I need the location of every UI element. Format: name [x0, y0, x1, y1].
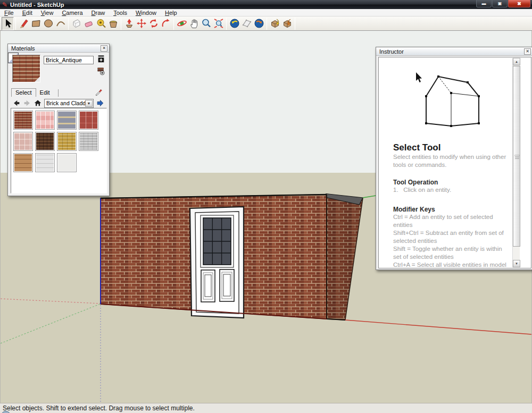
arc-tool-button[interactable] [54, 17, 66, 30]
modifier-line: Ctrl = Add an entity to set of selected … [393, 213, 511, 229]
swatch-white-painted-brick[interactable] [79, 132, 98, 151]
next-view-button[interactable] [253, 17, 265, 30]
eraser-tool-button[interactable] [82, 17, 95, 30]
rectangle-tool-button[interactable] [30, 17, 42, 30]
tool-operation-heading: Tool Operation [393, 179, 511, 186]
materials-title: Materials [11, 45, 35, 52]
menu-tools[interactable]: Tools [109, 9, 131, 16]
swatch-gray-siding[interactable] [35, 153, 55, 172]
scroll-down-icon[interactable]: ▼ [513, 260, 520, 267]
scroll-up-icon[interactable]: ▲ [513, 58, 520, 65]
push-pull-tool-button[interactable] [123, 17, 135, 30]
toolbar-separator [121, 18, 121, 30]
home-icon [34, 99, 42, 107]
swatch-yellow-brick[interactable] [57, 132, 77, 151]
tab-select[interactable]: Select [11, 88, 36, 97]
maximize-button[interactable]: ▣ [492, 0, 508, 7]
zoom-extents-tool-button[interactable] [212, 17, 225, 30]
offset-icon [161, 18, 171, 29]
sketchup-logo-icon: ✎ [2, 1, 7, 9]
share-model-icon [282, 18, 293, 29]
instructor-content: Select Tool Select entities to modify wh… [378, 57, 531, 268]
material-preview [12, 55, 40, 82]
rectangle-icon [31, 18, 41, 29]
modifier-line: Shift+Ctrl = Subtract an entity from set… [393, 229, 511, 245]
instructor-scrollbar[interactable]: ▲ ▼ [512, 58, 520, 267]
chevron-down-icon[interactable]: ▼ [85, 100, 93, 107]
toolbar-separator [68, 18, 69, 30]
menu-file[interactable]: File [0, 9, 18, 16]
instructor-heading: Select Tool [393, 142, 511, 153]
section-plane-button[interactable] [240, 17, 253, 30]
toolbar-separator [226, 18, 227, 30]
paint-bucket-tool-button[interactable] [107, 17, 119, 30]
sample-paint-button[interactable] [95, 87, 104, 96]
scrollbar-thumb[interactable] [513, 66, 520, 247]
magnifier-icon [201, 18, 212, 29]
swatch-red-pavers[interactable] [79, 111, 98, 130]
swatch-pink-basket-pavers[interactable] [35, 111, 55, 130]
swatch-rough-dark-brick[interactable] [35, 132, 55, 151]
forward-button[interactable] [22, 98, 32, 108]
component-box-icon [71, 18, 82, 29]
menu-help[interactable]: Help [161, 9, 181, 16]
orbit-tool-button[interactable] [176, 17, 188, 30]
toolbar-separator [295, 18, 295, 30]
status-message: Select objects. Shift to extend select. … [3, 404, 195, 412]
tab-edit[interactable]: Edit [36, 89, 54, 97]
material-name-input[interactable] [44, 56, 94, 64]
menu-window[interactable]: Window [131, 9, 161, 16]
tool-operation-step: 1. Click on an entity. [393, 186, 511, 194]
window-title: Untitled - SketchUp [10, 2, 64, 8]
select-tool-illustration [389, 61, 517, 134]
instructor-title: Instructor [379, 48, 404, 55]
select-tool-button[interactable] [2, 17, 14, 30]
secondary-pane-button[interactable] [96, 54, 105, 64]
toolbar-separator [173, 18, 174, 30]
collection-value: Brick and Cladding [45, 100, 85, 106]
swatch-white-plaster[interactable] [57, 153, 77, 172]
get-models-icon [270, 18, 280, 29]
previous-view-button[interactable] [228, 17, 240, 30]
make-component-tool-button[interactable] [70, 17, 82, 30]
menu-view[interactable]: View [37, 9, 58, 16]
paint-bucket-icon [108, 18, 119, 29]
offset-tool-button[interactable] [160, 17, 172, 30]
rotate-icon [148, 18, 159, 29]
create-material-icon [97, 66, 105, 76]
toolbar-separator [15, 18, 16, 30]
details-button[interactable] [95, 98, 105, 108]
eraser-icon [84, 18, 94, 29]
circle-icon [43, 18, 54, 29]
get-models-button[interactable] [269, 17, 281, 30]
line-tool-button[interactable] [18, 17, 30, 30]
section-plane-icon [242, 18, 252, 29]
push-pull-icon [124, 18, 135, 29]
minimize-button[interactable]: ▬ [476, 0, 492, 7]
menu-edit[interactable]: Edit [18, 9, 37, 16]
tape-measure-tool-button[interactable] [95, 17, 107, 30]
rotate-tool-button[interactable] [147, 17, 160, 30]
materials-titlebar[interactable]: Materials ✕ [8, 44, 109, 53]
share-model-button[interactable] [281, 17, 293, 30]
zoom-tool-button[interactable] [200, 17, 212, 30]
create-material-button[interactable] [96, 66, 105, 76]
menu-draw[interactable]: Draw [87, 9, 110, 16]
swatch-stone-pavers[interactable] [13, 132, 33, 151]
menu-camera[interactable]: Camera [57, 9, 87, 16]
instructor-titlebar[interactable]: Instructor ✕ [376, 47, 532, 56]
move-icon [136, 18, 147, 29]
collection-dropdown[interactable]: Brick and Cladding ▼ [44, 99, 94, 108]
close-button[interactable]: ✖ [508, 0, 530, 7]
instructor-close-icon[interactable]: ✕ [524, 48, 531, 55]
swatch-tan-siding[interactable] [13, 153, 33, 172]
home-button[interactable] [32, 98, 43, 108]
materials-close-icon[interactable]: ✕ [101, 45, 107, 52]
circle-tool-button[interactable] [42, 17, 54, 30]
modifier-keys-heading: Modifier Keys [393, 206, 511, 213]
move-tool-button[interactable] [135, 17, 147, 30]
pan-tool-button[interactable] [188, 17, 200, 30]
swatch-granite-block[interactable] [57, 111, 77, 130]
back-button[interactable] [11, 98, 22, 108]
swatch-antique-brick[interactable] [13, 111, 33, 130]
